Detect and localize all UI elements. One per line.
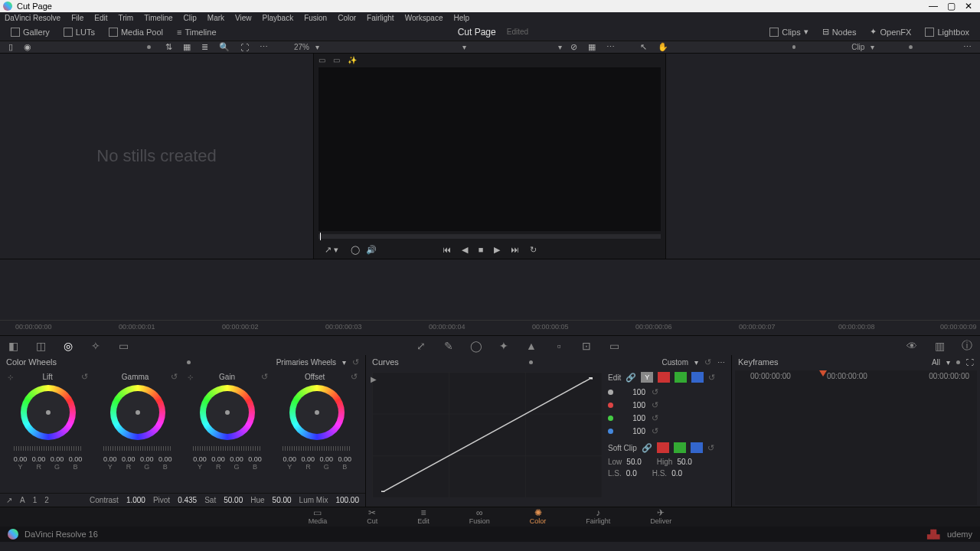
- gamma-wheel[interactable]: [110, 385, 165, 440]
- hand-icon[interactable]: ✋: [655, 41, 671, 54]
- menu-playback[interactable]: Playback: [263, 14, 294, 22]
- zoom-value[interactable]: 27%: [294, 43, 309, 51]
- gamma-reset-icon[interactable]: ↺: [171, 372, 178, 382]
- menu-workspace[interactable]: Workspace: [405, 14, 443, 22]
- page-fusion[interactable]: ∞Fusion: [469, 509, 490, 525]
- viewer-mode1-icon[interactable]: ▭: [318, 56, 325, 64]
- viewer-wand-icon[interactable]: ✨: [348, 56, 357, 64]
- pointer-icon[interactable]: ↖: [638, 41, 649, 54]
- kf-dot[interactable]: [956, 360, 960, 364]
- audio-icon[interactable]: 🔊: [366, 245, 377, 255]
- stop-button[interactable]: ■: [479, 245, 484, 254]
- nodes-panel[interactable]: [666, 54, 980, 259]
- prev-frame-button[interactable]: ◀: [462, 245, 468, 255]
- viewer-canvas[interactable]: [318, 67, 661, 231]
- menu-color[interactable]: Color: [338, 14, 356, 22]
- loop-button[interactable]: ↻: [530, 245, 537, 255]
- curve-graph[interactable]: ▶: [372, 372, 602, 497]
- pivot-value[interactable]: 0.435: [178, 496, 197, 504]
- menu-app[interactable]: DaVinci Resolve: [5, 14, 60, 22]
- menu-fairlight[interactable]: Fairlight: [367, 14, 394, 22]
- y-reset-icon[interactable]: ↺: [652, 387, 658, 397]
- zoom-chevron-icon[interactable]: ▾: [315, 43, 319, 51]
- menu-fusion[interactable]: Fusion: [304, 14, 327, 22]
- keyframes-body[interactable]: 00:00:00:00 00:00:00:00 00:00:00:00: [735, 370, 977, 505]
- edit-b-button[interactable]: [691, 372, 704, 383]
- sizing-icon[interactable]: ⊡: [580, 339, 593, 353]
- gallery-button[interactable]: Gallery: [6, 26, 54, 38]
- primaries-mode[interactable]: Primaries Wheels: [276, 358, 336, 367]
- mask-icon[interactable]: ◯: [351, 245, 360, 255]
- auto-icon[interactable]: ↗: [6, 496, 12, 504]
- nodes-more-icon[interactable]: ⋯: [961, 41, 974, 54]
- luts-button[interactable]: LUTs: [59, 26, 100, 38]
- key-icon[interactable]: ▫: [552, 339, 566, 353]
- info-icon[interactable]: ⓘ: [960, 339, 974, 353]
- blur-icon[interactable]: ▲: [524, 339, 538, 353]
- r-intensity[interactable]: [619, 401, 645, 409]
- page-edit[interactable]: ≡Edit: [417, 509, 430, 525]
- menu-timeline[interactable]: Timeline: [144, 14, 172, 22]
- y-intensity[interactable]: [619, 388, 645, 396]
- split-icon[interactable]: ▦: [586, 41, 598, 54]
- openfx-button[interactable]: ✦OpenFX: [865, 25, 916, 38]
- gain-slider[interactable]: [193, 446, 262, 451]
- tracker-icon[interactable]: ✦: [497, 339, 511, 353]
- color-match-icon[interactable]: ◫: [34, 339, 47, 353]
- cw-dot[interactable]: [187, 360, 191, 364]
- clip-timeline[interactable]: 00:00:00:00 00:00:00:01 00:00:00:02 00:0…: [0, 259, 980, 335]
- kf-chevron-icon[interactable]: ▾: [946, 358, 950, 367]
- menu-file[interactable]: File: [71, 14, 83, 22]
- offset-slider[interactable]: [283, 446, 351, 451]
- sc-r-button[interactable]: [657, 442, 669, 453]
- menu-trim[interactable]: Trim: [119, 14, 134, 22]
- curves-chevron-icon[interactable]: ▾: [694, 358, 698, 367]
- g-intensity[interactable]: [619, 414, 645, 422]
- lightbox-button[interactable]: Lightbox: [920, 26, 974, 38]
- contrast-value[interactable]: 1.000: [126, 496, 145, 504]
- curves-icon[interactable]: ⤢: [414, 339, 428, 353]
- sc-g-button[interactable]: [674, 442, 686, 453]
- sat-value[interactable]: 50.00: [224, 496, 243, 504]
- nodes-button[interactable]: ⊟Nodes: [818, 25, 861, 38]
- wheels-icon[interactable]: ◎: [61, 339, 75, 353]
- r-reset-icon[interactable]: ↺: [652, 400, 658, 410]
- awb-icon[interactable]: A: [20, 496, 25, 504]
- expand-icon[interactable]: ⛶: [238, 41, 251, 54]
- curves-dot[interactable]: [529, 360, 533, 364]
- lift-wheel[interactable]: [21, 385, 76, 440]
- lift-slider[interactable]: [14, 446, 83, 451]
- keyframes-mode[interactable]: All: [932, 358, 940, 367]
- viewer-dropdown-icon[interactable]: ▾: [462, 43, 466, 51]
- mediapool-button[interactable]: Media Pool: [104, 26, 168, 38]
- gallery-opts-icon[interactable]: ▯: [6, 41, 15, 54]
- g-reset-icon[interactable]: ↺: [652, 413, 658, 423]
- page-color[interactable]: ✺Color: [530, 509, 547, 525]
- motion-icon[interactable]: ▭: [116, 339, 130, 353]
- edit-r-button[interactable]: [658, 372, 670, 383]
- lift-reset-icon[interactable]: ↺: [81, 372, 88, 382]
- b-reset-icon[interactable]: ↺: [652, 426, 658, 436]
- sc-reset-icon[interactable]: ↺: [707, 443, 714, 453]
- viewer-mode2-icon[interactable]: ▭: [333, 56, 340, 64]
- lummix-value[interactable]: 100.00: [335, 496, 359, 504]
- camera-raw-icon[interactable]: ◧: [6, 339, 20, 353]
- menu-edit[interactable]: Edit: [94, 14, 107, 22]
- page-media[interactable]: ▭Media: [309, 509, 328, 525]
- page-cut[interactable]: ✂Cut: [367, 509, 377, 525]
- curves-more-icon[interactable]: ⋯: [717, 358, 725, 367]
- hs-value[interactable]: 0.0: [671, 469, 682, 478]
- cw-reset-icon[interactable]: ↺: [352, 357, 359, 367]
- menu-help[interactable]: Help: [453, 14, 469, 22]
- curves-reset-icon[interactable]: ↺: [704, 357, 711, 367]
- menu-clip[interactable]: Clip: [184, 14, 197, 22]
- first-frame-button[interactable]: ⏮: [443, 245, 451, 254]
- viewer-chevron-icon[interactable]: ▾: [558, 43, 562, 51]
- 3d-icon[interactable]: ▭: [607, 339, 621, 353]
- edit-reset-icon[interactable]: ↺: [708, 373, 715, 383]
- offset-reset-icon[interactable]: ↺: [351, 372, 358, 382]
- viewer-more-icon[interactable]: ⋯: [604, 41, 617, 54]
- kf-playhead-icon[interactable]: [819, 370, 827, 377]
- close-button[interactable]: ✕: [965, 1, 972, 11]
- offset-wheel[interactable]: [289, 385, 345, 440]
